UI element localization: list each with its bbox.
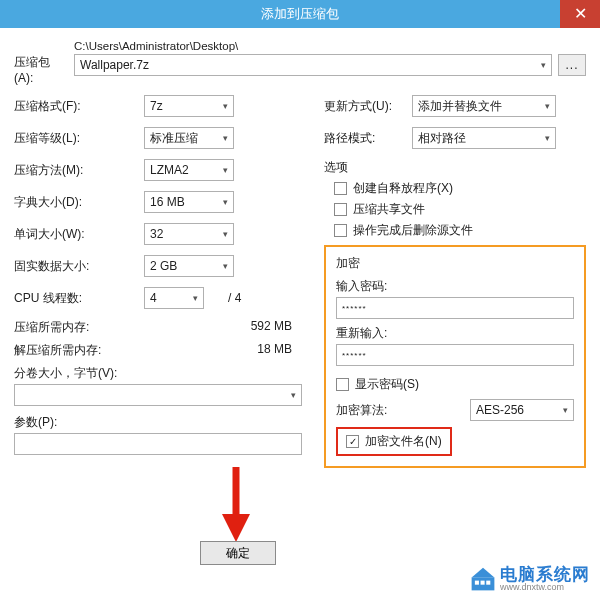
share-label: 压缩共享文件 bbox=[353, 201, 425, 218]
sfx-checkbox[interactable] bbox=[334, 182, 347, 195]
format-select[interactable]: 7z ▾ bbox=[144, 95, 234, 117]
pathmode-value: 相对路径 bbox=[418, 130, 466, 147]
annotation-arrow bbox=[216, 462, 256, 552]
algorithm-value: AES-256 bbox=[476, 403, 524, 417]
dict-value: 16 MB bbox=[150, 195, 185, 209]
word-value: 32 bbox=[150, 227, 163, 241]
split-label: 分卷大小，字节(V): bbox=[14, 365, 302, 382]
chevron-down-icon: ▾ bbox=[223, 229, 228, 239]
cpu-label: CPU 线程数: bbox=[14, 290, 144, 307]
show-password-label: 显示密码(S) bbox=[355, 376, 419, 393]
chevron-down-icon: ▾ bbox=[563, 405, 568, 415]
chevron-down-icon: ▾ bbox=[223, 197, 228, 207]
format-label: 压缩格式(F): bbox=[14, 98, 144, 115]
method-select[interactable]: LZMA2 ▾ bbox=[144, 159, 234, 181]
solid-value: 2 GB bbox=[150, 259, 177, 273]
chevron-down-icon: ▾ bbox=[291, 390, 296, 400]
format-value: 7z bbox=[150, 99, 163, 113]
house-icon bbox=[470, 566, 496, 592]
left-column: 压缩格式(F): 7z ▾ 压缩等级(L): 标准压缩 ▾ 压缩方法(M): L… bbox=[14, 95, 302, 468]
dict-select[interactable]: 16 MB ▾ bbox=[144, 191, 234, 213]
repeat-password-label: 重新输入: bbox=[336, 325, 574, 342]
close-button[interactable]: ✕ bbox=[560, 0, 600, 28]
chevron-down-icon: ▾ bbox=[223, 261, 228, 271]
archive-filename-value: Wallpaper.7z bbox=[80, 58, 149, 72]
password-label: 输入密码: bbox=[336, 278, 574, 295]
options-section: 选项 创建自释放程序(X) 压缩共享文件 操作完成后删除源文件 bbox=[324, 159, 586, 239]
encryption-section: 加密 输入密码: ****** 重新输入: ****** 显示密码(S) 加密算… bbox=[324, 245, 586, 468]
update-select[interactable]: 添加并替换文件 ▾ bbox=[412, 95, 556, 117]
chevron-down-icon: ▾ bbox=[223, 101, 228, 111]
mem1-value: 592 MB bbox=[251, 319, 296, 336]
options-title: 选项 bbox=[324, 159, 586, 176]
split-input[interactable]: ▾ bbox=[14, 384, 302, 406]
archive-path-wrap: C:\Users\Administrator\Desktop\ Wallpape… bbox=[74, 40, 586, 76]
method-label: 压缩方法(M): bbox=[14, 162, 144, 179]
algorithm-label: 加密算法: bbox=[336, 402, 387, 419]
params-label: 参数(P): bbox=[14, 414, 302, 431]
level-select[interactable]: 标准压缩 ▾ bbox=[144, 127, 234, 149]
chevron-down-icon: ▾ bbox=[541, 60, 546, 70]
chevron-down-icon: ▾ bbox=[545, 101, 550, 111]
browse-button[interactable]: ... bbox=[558, 54, 586, 76]
word-label: 单词大小(W): bbox=[14, 226, 144, 243]
sfx-label: 创建自释放程序(X) bbox=[353, 180, 453, 197]
browse-label: ... bbox=[565, 58, 578, 72]
mem2-value: 18 MB bbox=[257, 342, 296, 359]
password-value: ****** bbox=[342, 304, 367, 313]
mem2-label: 解压缩所需内存: bbox=[14, 342, 101, 359]
share-checkbox[interactable] bbox=[334, 203, 347, 216]
password-input[interactable]: ****** bbox=[336, 297, 574, 319]
word-select[interactable]: 32 ▾ bbox=[144, 223, 234, 245]
cpu-total: / 4 bbox=[228, 291, 241, 305]
watermark-text: 电脑系统网 bbox=[500, 566, 590, 583]
chevron-down-icon: ▾ bbox=[223, 165, 228, 175]
encrypt-filename-highlight: 加密文件名(N) bbox=[336, 427, 452, 456]
right-column: 更新方式(U): 添加并替换文件 ▾ 路径模式: 相对路径 ▾ 选项 创建自释放… bbox=[324, 95, 586, 468]
solid-select[interactable]: 2 GB ▾ bbox=[144, 255, 234, 277]
repeat-password-input[interactable]: ****** bbox=[336, 344, 574, 366]
params-input[interactable] bbox=[14, 433, 302, 455]
watermark-url: www.dnxtw.com bbox=[500, 583, 590, 592]
svg-rect-5 bbox=[481, 581, 485, 585]
ok-button[interactable]: 确定 bbox=[200, 541, 276, 565]
title-bar: 添加到压缩包 ✕ bbox=[0, 0, 600, 28]
delete-checkbox[interactable] bbox=[334, 224, 347, 237]
encrypt-filename-checkbox[interactable] bbox=[346, 435, 359, 448]
svg-rect-6 bbox=[486, 581, 490, 585]
delete-label: 操作完成后删除源文件 bbox=[353, 222, 473, 239]
close-icon: ✕ bbox=[574, 0, 587, 28]
pathmode-label: 路径模式: bbox=[324, 130, 412, 147]
update-label: 更新方式(U): bbox=[324, 98, 412, 115]
archive-filename-input[interactable]: Wallpaper.7z ▾ bbox=[74, 54, 552, 76]
chevron-down-icon: ▾ bbox=[223, 133, 228, 143]
watermark: 电脑系统网 www.dnxtw.com bbox=[470, 566, 590, 592]
pathmode-select[interactable]: 相对路径 ▾ bbox=[412, 127, 556, 149]
svg-marker-3 bbox=[472, 568, 495, 578]
dict-label: 字典大小(D): bbox=[14, 194, 144, 211]
solid-label: 固实数据大小: bbox=[14, 258, 144, 275]
ok-label: 确定 bbox=[226, 545, 250, 562]
archive-label: 压缩包(A): bbox=[14, 40, 66, 85]
level-label: 压缩等级(L): bbox=[14, 130, 144, 147]
level-value: 标准压缩 bbox=[150, 130, 198, 147]
encrypt-filename-label: 加密文件名(N) bbox=[365, 433, 442, 450]
chevron-down-icon: ▾ bbox=[193, 293, 198, 303]
archive-row: 压缩包(A): C:\Users\Administrator\Desktop\ … bbox=[14, 40, 586, 85]
method-value: LZMA2 bbox=[150, 163, 189, 177]
window-title: 添加到压缩包 bbox=[261, 6, 339, 21]
cpu-value: 4 bbox=[150, 291, 157, 305]
dialog-content: 压缩包(A): C:\Users\Administrator\Desktop\ … bbox=[0, 28, 600, 468]
encryption-title: 加密 bbox=[336, 255, 574, 272]
repeat-password-value: ****** bbox=[342, 351, 367, 360]
svg-rect-4 bbox=[475, 581, 479, 585]
chevron-down-icon: ▾ bbox=[545, 133, 550, 143]
mem1-label: 压缩所需内存: bbox=[14, 319, 89, 336]
update-value: 添加并替换文件 bbox=[418, 98, 502, 115]
show-password-checkbox[interactable] bbox=[336, 378, 349, 391]
archive-path: C:\Users\Administrator\Desktop\ bbox=[74, 40, 586, 52]
algorithm-select[interactable]: AES-256 ▾ bbox=[470, 399, 574, 421]
svg-marker-1 bbox=[222, 514, 250, 542]
cpu-select[interactable]: 4 ▾ bbox=[144, 287, 204, 309]
